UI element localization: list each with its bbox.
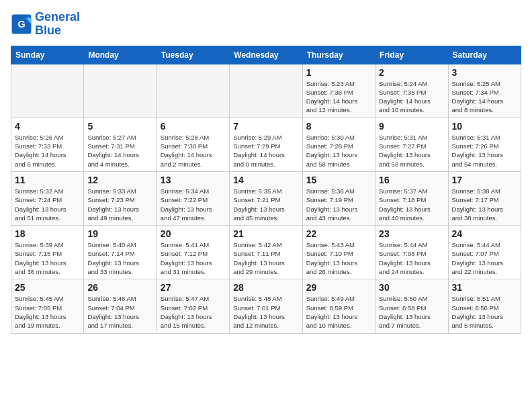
day-number: 7: [233, 121, 298, 132]
day-info: Sunrise: 5:27 AM Sunset: 7:31 PM Dayligh…: [87, 133, 152, 169]
day-info: Sunrise: 5:41 AM Sunset: 7:12 PM Dayligh…: [161, 240, 226, 276]
day-number: 26: [87, 282, 152, 293]
day-info: Sunrise: 5:39 AM Sunset: 7:15 PM Dayligh…: [15, 240, 80, 276]
day-number: 31: [452, 282, 517, 293]
calendar-cell: 11Sunrise: 5:32 AM Sunset: 7:24 PM Dayli…: [11, 171, 84, 225]
page-header: G General Blue: [11, 11, 521, 38]
header-tuesday: Tuesday: [157, 46, 229, 64]
calendar-cell: 20Sunrise: 5:41 AM Sunset: 7:12 PM Dayli…: [157, 226, 229, 279]
day-number: 23: [379, 228, 444, 239]
svg-text:G: G: [17, 19, 25, 30]
header-friday: Friday: [375, 46, 448, 64]
calendar-cell: [157, 64, 229, 118]
calendar-table: SundayMondayTuesdayWednesdayThursdayFrid…: [11, 46, 521, 334]
calendar-cell: 14Sunrise: 5:35 AM Sunset: 7:21 PM Dayli…: [230, 171, 302, 225]
day-number: 20: [161, 228, 226, 239]
day-number: 19: [87, 228, 152, 239]
day-number: 13: [161, 175, 226, 185]
day-number: 18: [15, 228, 80, 239]
calendar-cell: 12Sunrise: 5:33 AM Sunset: 7:23 PM Dayli…: [84, 171, 157, 225]
calendar-cell: 1Sunrise: 5:23 AM Sunset: 7:36 PM Daylig…: [302, 64, 375, 118]
calendar-cell: 21Sunrise: 5:42 AM Sunset: 7:11 PM Dayli…: [230, 226, 302, 279]
day-info: Sunrise: 5:42 AM Sunset: 7:11 PM Dayligh…: [233, 240, 298, 276]
calendar-cell: 16Sunrise: 5:37 AM Sunset: 7:18 PM Dayli…: [375, 171, 448, 225]
calendar-week-row: 1Sunrise: 5:23 AM Sunset: 7:36 PM Daylig…: [11, 64, 521, 118]
calendar-cell: 28Sunrise: 5:48 AM Sunset: 7:01 PM Dayli…: [230, 279, 302, 333]
calendar-cell: 2Sunrise: 5:24 AM Sunset: 7:35 PM Daylig…: [375, 64, 448, 118]
calendar-week-row: 18Sunrise: 5:39 AM Sunset: 7:15 PM Dayli…: [11, 226, 521, 279]
day-info: Sunrise: 5:50 AM Sunset: 6:58 PM Dayligh…: [379, 294, 444, 330]
day-number: 5: [87, 121, 152, 132]
day-info: Sunrise: 5:40 AM Sunset: 7:14 PM Dayligh…: [87, 240, 152, 276]
header-wednesday: Wednesday: [230, 46, 302, 64]
logo-text: General Blue: [35, 11, 80, 38]
calendar-cell: 22Sunrise: 5:43 AM Sunset: 7:10 PM Dayli…: [302, 226, 375, 279]
day-number: 25: [15, 282, 80, 293]
calendar-cell: [84, 64, 157, 118]
day-info: Sunrise: 5:37 AM Sunset: 7:18 PM Dayligh…: [379, 187, 444, 222]
calendar-cell: 10Sunrise: 5:31 AM Sunset: 7:26 PM Dayli…: [448, 118, 521, 171]
day-info: Sunrise: 5:43 AM Sunset: 7:10 PM Dayligh…: [306, 240, 371, 276]
calendar-cell: 26Sunrise: 5:46 AM Sunset: 7:04 PM Dayli…: [84, 279, 157, 333]
day-number: 28: [233, 282, 298, 293]
day-number: 1: [306, 67, 371, 78]
calendar-header-row: SundayMondayTuesdayWednesdayThursdayFrid…: [11, 46, 521, 64]
calendar-cell: 3Sunrise: 5:25 AM Sunset: 7:34 PM Daylig…: [448, 64, 521, 118]
day-info: Sunrise: 5:51 AM Sunset: 6:56 PM Dayligh…: [452, 294, 517, 330]
header-sunday: Sunday: [11, 46, 84, 64]
logo-icon: G: [11, 13, 32, 35]
day-number: 14: [233, 175, 298, 185]
day-info: Sunrise: 5:49 AM Sunset: 6:59 PM Dayligh…: [306, 294, 371, 330]
day-number: 24: [452, 228, 517, 239]
day-number: 4: [15, 121, 80, 132]
calendar-cell: [230, 64, 302, 118]
day-info: Sunrise: 5:28 AM Sunset: 7:30 PM Dayligh…: [161, 133, 226, 169]
day-info: Sunrise: 5:24 AM Sunset: 7:35 PM Dayligh…: [379, 79, 444, 115]
day-number: 22: [306, 228, 371, 239]
day-number: 6: [161, 121, 226, 132]
logo: G General Blue: [11, 11, 80, 38]
day-info: Sunrise: 5:46 AM Sunset: 7:04 PM Dayligh…: [87, 294, 152, 330]
header-thursday: Thursday: [302, 46, 375, 64]
calendar-week-row: 4Sunrise: 5:26 AM Sunset: 7:33 PM Daylig…: [11, 118, 521, 171]
day-number: 17: [452, 175, 517, 185]
day-info: Sunrise: 5:47 AM Sunset: 7:02 PM Dayligh…: [161, 294, 226, 330]
day-number: 15: [306, 175, 371, 185]
calendar-cell: 5Sunrise: 5:27 AM Sunset: 7:31 PM Daylig…: [84, 118, 157, 171]
header-saturday: Saturday: [448, 46, 521, 64]
day-info: Sunrise: 5:30 AM Sunset: 7:28 PM Dayligh…: [306, 133, 371, 169]
day-info: Sunrise: 5:31 AM Sunset: 7:26 PM Dayligh…: [452, 133, 517, 169]
calendar-cell: 13Sunrise: 5:34 AM Sunset: 7:22 PM Dayli…: [157, 171, 229, 225]
calendar-cell: 27Sunrise: 5:47 AM Sunset: 7:02 PM Dayli…: [157, 279, 229, 333]
calendar-cell: 17Sunrise: 5:38 AM Sunset: 7:17 PM Dayli…: [448, 171, 521, 225]
calendar-cell: [11, 64, 84, 118]
day-info: Sunrise: 5:26 AM Sunset: 7:33 PM Dayligh…: [15, 133, 80, 169]
day-info: Sunrise: 5:38 AM Sunset: 7:17 PM Dayligh…: [452, 187, 517, 222]
day-info: Sunrise: 5:35 AM Sunset: 7:21 PM Dayligh…: [233, 187, 298, 222]
day-number: 8: [306, 121, 371, 132]
day-number: 3: [452, 67, 517, 78]
day-number: 30: [379, 282, 444, 293]
day-info: Sunrise: 5:48 AM Sunset: 7:01 PM Dayligh…: [233, 294, 298, 330]
calendar-cell: 8Sunrise: 5:30 AM Sunset: 7:28 PM Daylig…: [302, 118, 375, 171]
day-info: Sunrise: 5:45 AM Sunset: 7:05 PM Dayligh…: [15, 294, 80, 330]
calendar-cell: 18Sunrise: 5:39 AM Sunset: 7:15 PM Dayli…: [11, 226, 84, 279]
calendar-cell: 31Sunrise: 5:51 AM Sunset: 6:56 PM Dayli…: [448, 279, 521, 333]
calendar-cell: 15Sunrise: 5:36 AM Sunset: 7:19 PM Dayli…: [302, 171, 375, 225]
calendar-cell: 19Sunrise: 5:40 AM Sunset: 7:14 PM Dayli…: [84, 226, 157, 279]
day-info: Sunrise: 5:31 AM Sunset: 7:27 PM Dayligh…: [379, 133, 444, 169]
calendar-cell: 29Sunrise: 5:49 AM Sunset: 6:59 PM Dayli…: [302, 279, 375, 333]
day-number: 10: [452, 121, 517, 132]
calendar-cell: 6Sunrise: 5:28 AM Sunset: 7:30 PM Daylig…: [157, 118, 229, 171]
day-info: Sunrise: 5:44 AM Sunset: 7:08 PM Dayligh…: [379, 240, 444, 276]
day-number: 9: [379, 121, 444, 132]
calendar-cell: 23Sunrise: 5:44 AM Sunset: 7:08 PM Dayli…: [375, 226, 448, 279]
day-number: 27: [161, 282, 226, 293]
calendar-week-row: 25Sunrise: 5:45 AM Sunset: 7:05 PM Dayli…: [11, 279, 521, 333]
calendar-week-row: 11Sunrise: 5:32 AM Sunset: 7:24 PM Dayli…: [11, 171, 521, 225]
day-number: 21: [233, 228, 298, 239]
header-monday: Monday: [84, 46, 157, 64]
day-number: 2: [379, 67, 444, 78]
calendar-cell: 30Sunrise: 5:50 AM Sunset: 6:58 PM Dayli…: [375, 279, 448, 333]
day-number: 12: [87, 175, 152, 185]
